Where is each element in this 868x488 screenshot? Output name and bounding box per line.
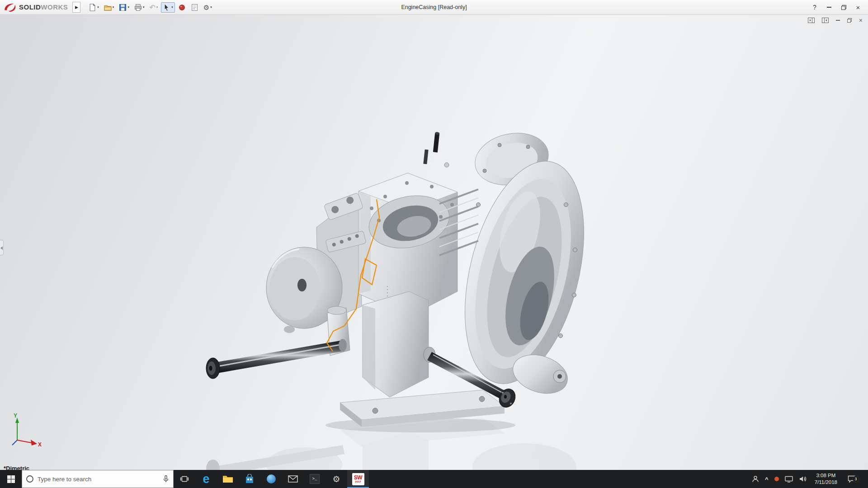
dropdown-arrow-icon[interactable]: ▾	[127, 5, 129, 9]
dropdown-arrow-icon[interactable]: ▾	[97, 5, 99, 9]
taskbar-app-solidworks[interactable]: SW 2017	[347, 470, 369, 488]
taskbar-app-store[interactable]	[239, 470, 260, 488]
microphone-icon[interactable]	[162, 475, 170, 483]
ds-logo-icon	[4, 2, 17, 12]
print-button[interactable]: ▾	[132, 2, 146, 13]
window-controls: ? ×	[807, 2, 868, 13]
rebuild-button[interactable]	[176, 2, 188, 13]
task-view-icon	[180, 475, 189, 483]
open-folder-icon	[104, 4, 112, 11]
start-button[interactable]	[0, 470, 22, 488]
tray-status-icon[interactable]	[774, 477, 779, 481]
display-icon[interactable]	[785, 476, 793, 483]
browser-globe-icon	[266, 474, 277, 484]
triad-x-label: X	[38, 441, 42, 448]
taskbar-app-browser[interactable]	[260, 470, 282, 488]
restore-button[interactable]	[836, 2, 851, 13]
save-button[interactable]: ▾	[117, 2, 131, 13]
help-icon: ?	[813, 4, 816, 11]
minimize-icon	[827, 7, 831, 8]
volume-icon[interactable]	[799, 475, 807, 483]
window-title: EngineCasing [Read-only]	[401, 4, 467, 10]
solidworks-app-icon: SW 2017	[352, 473, 364, 485]
flyout-arrow-icon: ▶	[75, 5, 78, 9]
print-icon	[134, 4, 142, 11]
edge-icon: e	[203, 473, 209, 485]
taskbar-app-terminal[interactable]: >_	[304, 470, 326, 488]
dropdown-arrow-icon[interactable]: ▾	[171, 5, 173, 9]
file-properties-icon	[191, 4, 198, 11]
orientation-triad: Y X	[9, 412, 47, 450]
close-icon: ×	[856, 4, 860, 11]
file-explorer-icon	[222, 474, 233, 483]
doc-restore-icon[interactable]	[847, 18, 852, 23]
open-button[interactable]: ▾	[102, 2, 116, 13]
save-icon	[119, 4, 127, 11]
taskbar-clock[interactable]: 3:08 PM 7/11/2018	[813, 472, 839, 486]
app-titlebar: SOLIDWORKS ▶ ▾ ▾ ▾ ▾ ↶ ▾ ▾	[0, 0, 868, 15]
windows-logo-icon	[7, 475, 15, 483]
taskbar-search[interactable]	[22, 470, 174, 488]
taskbar-app-settings[interactable]: ⚙	[326, 470, 347, 488]
menu-flyout-arrow[interactable]: ▶	[72, 2, 80, 13]
hidden-icons-chevron[interactable]: ^	[765, 476, 769, 483]
dropdown-arrow-icon[interactable]: ▾	[156, 5, 158, 9]
document-window-controls: ×	[808, 18, 863, 23]
help-button[interactable]: ?	[807, 2, 822, 13]
pane-right-icon[interactable]	[822, 18, 829, 23]
notification-badge: 3	[853, 476, 859, 482]
doc-minimize-icon[interactable]	[836, 20, 840, 21]
taskbar-app-edge[interactable]: e	[195, 470, 217, 488]
task-view-button[interactable]	[174, 470, 195, 488]
close-button[interactable]: ×	[851, 2, 865, 13]
settings-gear-icon: ⚙	[332, 475, 340, 483]
search-input[interactable]	[38, 476, 159, 483]
model-rear-housing[interactable]	[444, 127, 605, 400]
top-studs[interactable]	[423, 132, 449, 167]
rebuild-icon	[178, 4, 186, 11]
brand-solid: SOLID	[19, 3, 41, 11]
select-button[interactable]: ▾	[161, 2, 175, 13]
standard-toolbar: ▾ ▾ ▾ ▾ ↶ ▾ ▾ ⚙ ▾	[87, 2, 213, 13]
system-tray: ^ 3:08 PM 7/11/2018 3	[752, 470, 868, 488]
store-icon	[245, 474, 254, 484]
clock-time: 3:08 PM	[816, 472, 835, 479]
triad-y-label: Y	[14, 413, 17, 419]
new-document-icon	[89, 4, 96, 11]
pane-left-icon[interactable]	[808, 18, 815, 23]
action-center-button[interactable]: 3	[845, 475, 859, 483]
options-button[interactable]: ⚙ ▾	[202, 2, 214, 13]
undo-icon: ↶	[149, 3, 155, 12]
restore-icon	[841, 5, 846, 10]
terminal-icon: >_	[310, 474, 320, 484]
search-circle-icon	[26, 475, 34, 483]
file-properties-button[interactable]	[189, 2, 200, 13]
solidworks-logo: SOLIDWORKS	[0, 2, 68, 12]
dropdown-arrow-icon[interactable]: ▾	[210, 5, 212, 9]
mail-icon	[288, 475, 298, 483]
windows-taskbar: e >_ ⚙ SW 2017 ^ 3:08 PM 7/11/2018 3	[0, 470, 868, 488]
doc-close-icon[interactable]: ×	[859, 18, 863, 23]
engine-casing-model[interactable]	[0, 15, 868, 470]
view-orientation-label: *Dimetric	[4, 465, 29, 470]
dropdown-arrow-icon[interactable]: ▾	[143, 5, 145, 9]
people-icon[interactable]	[752, 475, 759, 483]
graphics-area[interactable]: × Y X *Dimetric	[0, 15, 868, 470]
minimize-button[interactable]	[822, 2, 836, 13]
brand-works: WORKS	[41, 3, 68, 11]
gear-icon: ⚙	[203, 4, 209, 11]
taskbar-app-file-explorer[interactable]	[217, 470, 239, 488]
clock-date: 7/11/2018	[815, 479, 837, 486]
undo-button[interactable]: ↶ ▾	[147, 2, 160, 13]
select-cursor-icon	[163, 4, 170, 11]
new-document-button[interactable]: ▾	[87, 2, 101, 13]
model-flywheel-disc[interactable]	[266, 195, 362, 333]
taskbar-app-mail[interactable]	[282, 470, 304, 488]
dropdown-arrow-icon[interactable]: ▾	[113, 5, 114, 9]
panel-collapse-tab[interactable]	[0, 240, 4, 255]
